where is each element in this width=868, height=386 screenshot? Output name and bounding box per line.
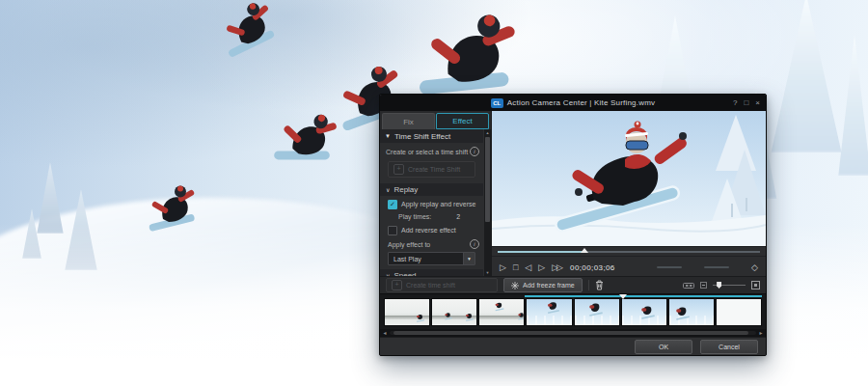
filmstrip-frame[interactable] [526,298,572,326]
tab-effect[interactable]: Effect [436,113,489,129]
apply-effect-row: Apply effect to i [380,237,483,251]
scrollbar-thumb[interactable] [485,137,490,222]
snowboarder-figure [518,313,525,318]
effect-settings-panel: Fix Effect ▼ Time Shift Effect Create or… [380,111,492,276]
snowboarder-figure [143,181,201,243]
video-preview[interactable] [492,111,766,246]
panel-tabs: Fix Effect [380,111,491,129]
fit-timeline-icon[interactable] [683,282,694,290]
create-time-shift-toolbar-button-disabled[interactable]: + Create time shift [386,278,498,292]
time-shift-effect-header[interactable]: ▼ Time Shift Effect [380,129,483,143]
previous-frame-button[interactable]: ◁ [525,263,531,272]
filmstrip-frame[interactable] [621,298,667,326]
filmstrip-frame[interactable] [431,298,477,326]
speed-header-label: Speed [393,271,416,276]
seek-track[interactable] [498,251,760,253]
marketing-banner: CL Action Camera Center | Kite Surfing.w… [0,0,868,386]
cancel-button[interactable]: Cancel [700,340,758,354]
snowboarder-figure [212,0,286,71]
zoom-in-icon[interactable] [751,281,760,290]
snowboarder-figure [495,302,503,310]
play-times-label: Play times: [398,213,431,220]
quality-settings-icon[interactable]: ◇ [751,262,758,272]
scrollbar-thumb[interactable] [393,331,749,335]
timeline-scrollbar[interactable]: ◄ ► [380,329,766,337]
snowboarder-figure [589,304,603,316]
disabled-control [704,266,729,268]
scroll-up-icon[interactable]: ▲ [484,129,491,136]
filmstrip-timeline[interactable] [380,293,766,329]
snowboarder-figure [417,315,424,321]
chevron-down-icon: ∨ [386,186,390,193]
speed-section-header[interactable]: ∨ Speed [380,269,483,276]
seek-bar[interactable] [492,246,766,256]
cyberlink-logo-icon: CL [491,98,503,108]
video-frame-snowboarder [492,111,766,246]
snowboarder-figure [548,303,559,314]
seek-thumb[interactable] [581,248,588,253]
add-reverse-checkbox[interactable] [388,226,397,235]
toolbar-separator [588,280,589,290]
replay-header-label: Replay [393,185,418,194]
replay-section-header[interactable]: ∨ Replay [380,183,483,196]
filmstrip-frame[interactable] [574,298,620,326]
plus-icon: + [392,280,402,290]
scroll-left-icon[interactable]: ◄ [382,331,388,336]
create-time-shift-toolbar-label: Create time shift [406,282,455,289]
tab-fix[interactable]: Fix [382,113,435,129]
fast-forward-button[interactable]: ▷▷ [552,263,561,272]
play-times-value[interactable]: 2 [456,213,460,220]
scroll-down-icon[interactable]: ▼ [484,269,491,276]
plus-icon: + [393,164,404,175]
help-button[interactable]: ? [733,99,737,107]
delete-trash-icon[interactable] [595,280,604,290]
time-shift-selection-range[interactable] [525,295,762,297]
window-controls: ?□× [733,95,760,111]
window-title: Action Camera Center | Kite Surfing.wmv [507,98,656,107]
apply-effect-label: Apply effect to [386,241,430,248]
panel-scrollbar[interactable]: ▲ ▼ [484,129,491,276]
timeline-zoom-slider[interactable] [713,281,746,290]
next-frame-button[interactable]: ▷ [538,263,545,272]
scroll-right-icon[interactable]: ► [758,331,764,336]
chevron-down-icon: ∨ [386,272,390,276]
maximize-button[interactable]: □ [744,99,748,107]
snowboarder-figure [676,307,690,318]
disabled-control [657,266,682,268]
add-reverse-row: Add reverse effect [380,224,483,236]
apply-effect-dropdown[interactable]: Last Play ▼ [388,252,475,265]
transport-controls: ▷ □ ◁ ▷ ▷▷ 00;00;03;06 ◇ [492,256,766,278]
filmstrip-frame[interactable] [668,298,715,326]
ok-button[interactable]: OK [635,340,692,354]
zoom-slider-handle[interactable] [717,282,721,289]
info-icon[interactable]: i [470,147,479,156]
filmstrip-frame[interactable] [478,298,525,326]
close-button[interactable]: × [755,99,760,107]
add-freeze-frame-button[interactable]: Add freeze frame [503,278,583,292]
apply-effect-value: Last Play [393,256,421,262]
add-freeze-frame-label: Add freeze frame [523,282,575,289]
section-title: Time Shift Effect [394,132,450,141]
titlebar[interactable]: CL Action Camera Center | Kite Surfing.w… [380,95,766,111]
stop-button[interactable]: □ [513,263,518,272]
filmstrip-frame[interactable] [384,298,430,326]
create-time-shift-button-disabled[interactable]: + Create Time Shift [388,161,475,178]
add-reverse-label: Add reverse effect [401,227,456,234]
apply-replay-checkbox[interactable]: ✓ [388,200,397,209]
timecode: 00;00;03;06 [570,263,615,272]
filmstrip-frame[interactable] [716,298,762,326]
play-times-row: Play times: 2 [380,210,483,222]
snowboarder-figure [445,313,451,318]
timeline-playhead[interactable] [619,294,627,299]
panel-scroll-area: ▼ Time Shift Effect Create or select a t… [380,129,491,276]
scrollbar-track[interactable] [390,331,756,335]
apply-replay-row: ✓ Apply replay and reverse [380,198,483,210]
info-icon[interactable]: i [470,239,479,249]
create-time-shift-label: Create Time Shift [408,166,460,173]
create-hint-row: Create or select a time shift i [380,143,483,160]
freeze-frame-icon [511,282,519,290]
play-button[interactable]: ▷ [500,263,506,272]
chevron-down-icon: ▼ [463,253,475,264]
create-hint-label: Create or select a time shift [386,149,468,155]
zoom-out-icon[interactable] [700,282,707,289]
